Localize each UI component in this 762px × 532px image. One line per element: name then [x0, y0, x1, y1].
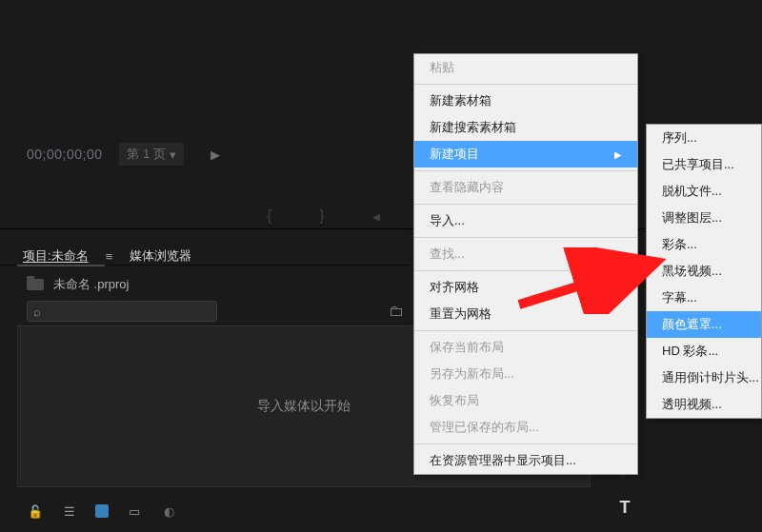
new-bin-icon[interactable]: 🗀	[389, 303, 404, 320]
chevron-down-icon: ▾	[170, 148, 176, 162]
menu-new-search-bin[interactable]: 新建搜索素材箱	[414, 114, 637, 141]
list-view-icon[interactable]: ☰	[61, 504, 78, 518]
menu-find: 查找...	[414, 241, 637, 267]
menu-reset-grid[interactable]: 重置为网格	[414, 301, 637, 327]
type-icon[interactable]: T	[620, 498, 631, 518]
submenu-sequence[interactable]: 序列...	[647, 125, 761, 151]
menu-restore-layout: 恢复布局	[414, 387, 637, 414]
menu-separator	[414, 237, 637, 238]
submenu-shared-project[interactable]: 已共享项目...	[647, 151, 761, 178]
submenu-black-video[interactable]: 黑场视频...	[647, 258, 761, 285]
menu-save-as-layout: 另存为新布局...	[414, 361, 637, 387]
page-selector-label: 第 1 页	[127, 146, 165, 163]
active-tab-underline	[17, 265, 105, 266]
menu-separator	[414, 204, 637, 205]
project-bottom-bar: 🔓 ☰ ▭ ◐	[27, 504, 177, 518]
submenu-captions[interactable]: 字幕...	[647, 285, 761, 311]
search-icon: ⌕	[33, 305, 41, 319]
menu-align-grid[interactable]: 对齐网格	[414, 274, 637, 301]
menu-separator	[414, 330, 637, 331]
submenu-adjustment[interactable]: 调整图层...	[647, 205, 761, 231]
tab-menu-icon[interactable]: ≡	[106, 249, 113, 264]
search-row: ⌕ 🗀	[27, 301, 404, 322]
menu-save-layout: 保存当前布局	[414, 334, 637, 361]
timeline-header: 00;00;00;00 第 1 页 ▾ ▶	[27, 143, 220, 166]
project-file-row: 未命名 .prproj	[27, 276, 129, 293]
submenu-countdown[interactable]: 通用倒计时片头...	[647, 365, 761, 391]
menu-separator	[414, 84, 637, 85]
submenu-transparent[interactable]: 透明视频...	[647, 391, 761, 418]
zoom-slider-icon[interactable]: ◐	[160, 504, 177, 518]
play-icon[interactable]: ▶	[211, 148, 220, 162]
page-selector[interactable]: 第 1 页 ▾	[119, 143, 183, 166]
lock-icon[interactable]: 🔓	[27, 504, 44, 518]
menu-view-hidden: 查看隐藏内容	[414, 174, 637, 201]
menu-paste: 粘贴	[414, 54, 637, 81]
menu-separator	[414, 170, 637, 171]
project-file-name: 未命名 .prproj	[53, 276, 129, 293]
marker-out-icon[interactable]: }	[319, 207, 324, 226]
menu-new-item[interactable]: 新建项目 ▶	[414, 141, 637, 167]
drop-hint-label: 导入媒体以开始	[257, 398, 351, 415]
menu-separator	[414, 443, 637, 444]
menu-reveal[interactable]: 在资源管理器中显示项目...	[414, 447, 637, 474]
menu-new-bin[interactable]: 新建素材箱	[414, 88, 637, 114]
search-input[interactable]: ⌕	[27, 301, 217, 322]
submenu-new-item: 序列... 已共享项目... 脱机文件... 调整图层... 彩条... 黑场视…	[646, 124, 762, 419]
menu-manage-layouts: 管理已保存的布局...	[414, 414, 637, 441]
icon-view-icon[interactable]	[95, 504, 109, 518]
marker-in-icon[interactable]: {	[267, 207, 271, 226]
submenu-bars[interactable]: 彩条...	[647, 231, 761, 258]
submenu-hd-bars[interactable]: HD 彩条...	[647, 338, 761, 365]
chevron-right-icon: ▶	[614, 149, 622, 160]
bin-icon	[27, 279, 44, 290]
marker-go-icon[interactable]: ◂	[372, 207, 380, 226]
submenu-offline-file[interactable]: 脱机文件...	[647, 178, 761, 205]
timecode-display: 00;00;00;00	[27, 147, 102, 162]
menu-import[interactable]: 导入...	[414, 207, 637, 234]
menu-separator	[414, 270, 637, 271]
freeform-view-icon[interactable]: ▭	[126, 504, 143, 518]
submenu-color-matte[interactable]: 颜色遮罩...	[647, 311, 761, 338]
context-menu: 粘贴 新建素材箱 新建搜索素材箱 新建项目 ▶ 查看隐藏内容 导入... 查找.…	[413, 53, 638, 475]
marker-controls: { } ◂	[267, 207, 380, 226]
